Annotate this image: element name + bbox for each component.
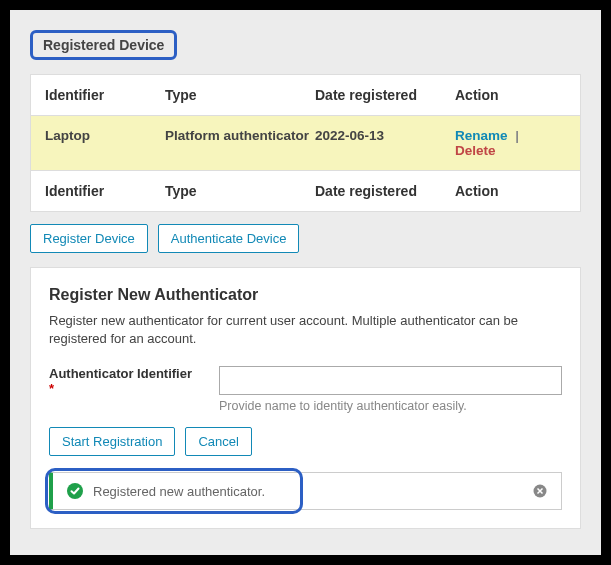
rename-link[interactable]: Rename bbox=[455, 128, 508, 143]
col-identifier: Identifier bbox=[45, 87, 165, 103]
field-wrap: Provide name to identity authenticator e… bbox=[219, 366, 562, 413]
table-row: Laptop Platform authenticator 2022-06-13… bbox=[31, 116, 580, 171]
close-icon[interactable] bbox=[533, 484, 547, 498]
action-separator: | bbox=[515, 128, 519, 143]
authenticator-identifier-input[interactable] bbox=[219, 366, 562, 395]
panel-title: Register New Authenticator bbox=[49, 286, 562, 304]
alert-wrap: Registered new authenticator. bbox=[49, 472, 562, 510]
table-footer-row: Identifier Type Date registered Action bbox=[31, 171, 580, 211]
col-action: Action bbox=[455, 87, 566, 103]
device-table: Identifier Type Date registered Action L… bbox=[30, 74, 581, 212]
required-mark: * bbox=[49, 381, 54, 396]
page-frame: Registered Device Identifier Type Date r… bbox=[10, 10, 601, 555]
field-label-text: Authenticator Identifier bbox=[49, 366, 192, 381]
cancel-button[interactable]: Cancel bbox=[185, 427, 251, 456]
col-type-foot: Type bbox=[165, 183, 315, 199]
cell-action: Rename | Delete bbox=[455, 128, 566, 158]
form-row: Authenticator Identifier * Provide name … bbox=[49, 366, 562, 413]
register-device-button[interactable]: Register Device bbox=[30, 224, 148, 253]
delete-link[interactable]: Delete bbox=[455, 143, 496, 158]
registered-device-tab[interactable]: Registered Device bbox=[30, 30, 177, 60]
col-date-foot: Date registered bbox=[315, 183, 455, 199]
authenticate-device-button[interactable]: Authenticate Device bbox=[158, 224, 300, 253]
cell-type: Platform authenticator bbox=[165, 128, 315, 158]
cell-identifier: Laptop bbox=[45, 128, 165, 158]
col-date: Date registered bbox=[315, 87, 455, 103]
table-header-row: Identifier Type Date registered Action bbox=[31, 75, 580, 116]
panel-desc: Register new authenticator for current u… bbox=[49, 312, 562, 348]
cell-date: 2022-06-13 bbox=[315, 128, 455, 158]
start-registration-button[interactable]: Start Registration bbox=[49, 427, 175, 456]
panel-button-row: Start Registration Cancel bbox=[49, 427, 562, 456]
success-alert: Registered new authenticator. bbox=[49, 472, 562, 510]
alert-message: Registered new authenticator. bbox=[93, 484, 265, 499]
field-label: Authenticator Identifier * bbox=[49, 366, 199, 413]
col-identifier-foot: Identifier bbox=[45, 183, 165, 199]
device-button-row: Register Device Authenticate Device bbox=[30, 224, 581, 253]
field-hint: Provide name to identity authenticator e… bbox=[219, 399, 562, 413]
col-type: Type bbox=[165, 87, 315, 103]
col-action-foot: Action bbox=[455, 183, 566, 199]
success-check-icon bbox=[67, 483, 83, 499]
register-panel: Register New Authenticator Register new … bbox=[30, 267, 581, 529]
